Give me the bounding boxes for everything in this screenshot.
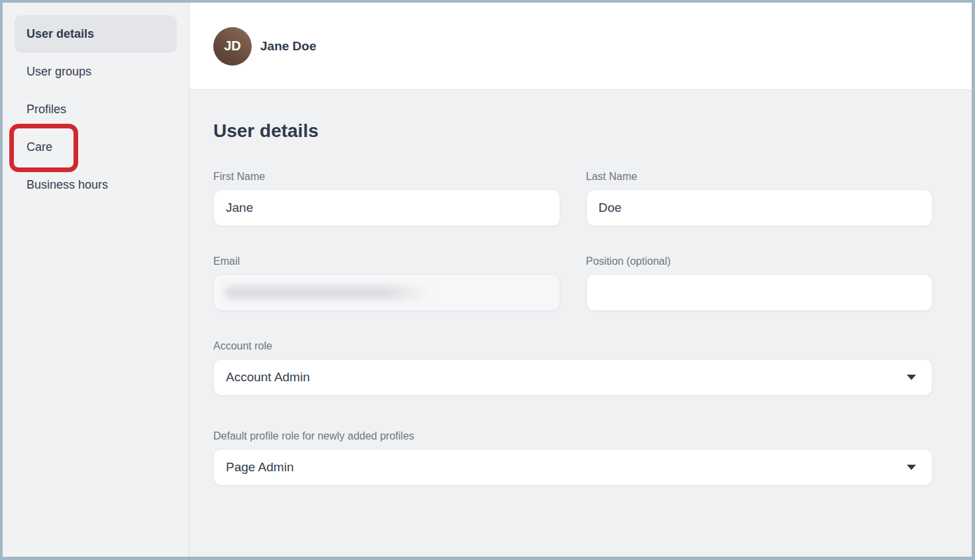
user-header: JD Jane Doe [189,3,972,90]
sidebar-item-label: Care [26,140,52,154]
last-name-field-group: Last Name [586,171,933,226]
position-input[interactable] [586,274,933,311]
main-panel: JD Jane Doe User details First Name Last… [189,3,972,557]
default-profile-role-field-group: Default profile role for newly added pro… [213,430,933,486]
sidebar-item-label: User details [26,27,94,41]
sidebar-item-profiles[interactable]: Profiles [15,91,177,128]
first-name-label: First Name [213,171,560,183]
sidebar-item-user-details[interactable]: User details [15,15,177,53]
email-input [213,274,560,311]
chevron-down-icon [907,465,916,470]
position-label: Position (optional) [586,256,933,267]
account-role-field-group: Account role Account Admin [213,340,933,396]
sidebar-item-business-hours[interactable]: Business hours [15,166,177,204]
first-name-input[interactable] [213,189,560,226]
account-role-value: Account Admin [226,370,310,385]
sidebar-item-label: Business hours [26,178,108,192]
user-name: Jane Doe [260,39,316,54]
sidebar-item-label: Profiles [26,103,66,117]
settings-sidebar: User details User groups Profiles Care B… [3,3,189,557]
account-role-select[interactable]: Account Admin [213,359,933,396]
account-role-label: Account role [213,340,933,352]
first-name-field-group: First Name [213,171,560,226]
avatar: JD [213,27,252,66]
chevron-down-icon [907,375,916,380]
default-profile-role-label: Default profile role for newly added pro… [213,430,933,442]
user-details-form: First Name Last Name Email Position (opt… [213,171,933,311]
default-profile-role-value: Page Admin [226,460,293,475]
sidebar-item-care[interactable]: Care [15,128,177,166]
sidebar-item-user-groups[interactable]: User groups [15,53,177,91]
sidebar-item-label: User groups [26,65,91,79]
email-label: Email [213,256,560,267]
user-details-content: User details First Name Last Name Email [189,90,972,557]
avatar-initials: JD [224,38,241,54]
position-field-group: Position (optional) [586,256,933,311]
email-field-group: Email [213,256,560,311]
last-name-label: Last Name [586,171,933,183]
default-profile-role-select[interactable]: Page Admin [213,449,933,486]
settings-window: User details User groups Profiles Care B… [0,0,975,560]
last-name-input[interactable] [586,189,933,226]
page-title: User details [213,120,933,142]
